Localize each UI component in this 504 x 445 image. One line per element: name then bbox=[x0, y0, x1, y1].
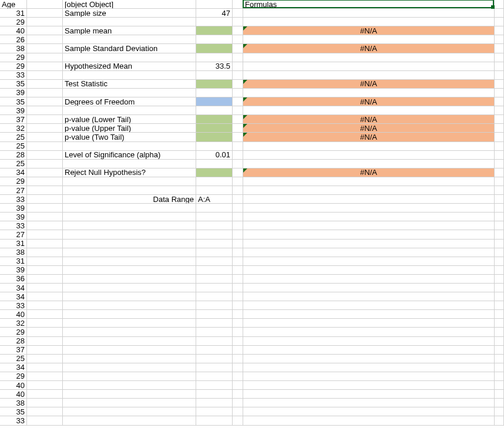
cell-b[interactable] bbox=[27, 89, 63, 97]
cell-value-d[interactable] bbox=[196, 204, 233, 213]
cell-label[interactable] bbox=[63, 266, 196, 275]
cell-label[interactable] bbox=[63, 18, 196, 26]
cell-label[interactable]: Test Statistic bbox=[63, 80, 196, 89]
cell-formula-f[interactable] bbox=[243, 195, 495, 204]
cell-g[interactable] bbox=[495, 62, 504, 71]
cell-b[interactable] bbox=[27, 160, 63, 168]
cell-g[interactable] bbox=[495, 71, 504, 80]
cell-age[interactable]: 38 bbox=[0, 248, 27, 257]
cell-age[interactable]: 25 bbox=[0, 133, 27, 141]
cell-value-d[interactable] bbox=[196, 372, 233, 381]
cell-e[interactable] bbox=[233, 35, 243, 44]
cell-value-d[interactable] bbox=[196, 213, 233, 221]
cell-e[interactable] bbox=[233, 186, 243, 195]
cell-formula-f[interactable] bbox=[243, 337, 495, 346]
cell-b[interactable] bbox=[27, 0, 63, 9]
cell-age[interactable]: 33 bbox=[0, 71, 27, 80]
cell-formula-f[interactable] bbox=[243, 18, 495, 26]
spreadsheet-grid[interactable]: Age[object Object]Formulas31Sample size4… bbox=[0, 0, 504, 426]
cell-age[interactable]: 29 bbox=[0, 372, 27, 381]
cell-label[interactable]: Sample Standard Deviation bbox=[63, 44, 196, 53]
cell-b[interactable] bbox=[27, 221, 63, 230]
cell-age[interactable]: 39 bbox=[0, 106, 27, 115]
cell-label[interactable] bbox=[63, 186, 196, 195]
cell-label[interactable] bbox=[63, 416, 196, 425]
cell-g[interactable] bbox=[495, 213, 504, 221]
cell-label[interactable]: Level of Significance (alpha) bbox=[63, 151, 196, 160]
cell-age[interactable]: 31 bbox=[0, 9, 27, 18]
cell-e[interactable] bbox=[233, 372, 243, 381]
cell-g[interactable] bbox=[495, 319, 504, 328]
cell-b[interactable] bbox=[27, 44, 63, 53]
cell-age[interactable]: 31 bbox=[0, 240, 27, 248]
cell-formula-f[interactable] bbox=[243, 221, 495, 230]
cell-label[interactable]: p-value (Upper Tail) bbox=[63, 124, 196, 133]
cell-e[interactable] bbox=[233, 240, 243, 248]
cell-value-d[interactable] bbox=[196, 337, 233, 346]
cell-label[interactable] bbox=[63, 204, 196, 213]
cell-e[interactable] bbox=[233, 257, 243, 266]
cell-value-d[interactable] bbox=[196, 44, 233, 53]
cell-label[interactable] bbox=[63, 399, 196, 407]
cell-g[interactable] bbox=[495, 221, 504, 230]
cell-label[interactable]: Sample mean bbox=[63, 26, 196, 35]
cell-b[interactable] bbox=[27, 355, 63, 363]
cell-g[interactable] bbox=[495, 44, 504, 53]
cell-e[interactable] bbox=[233, 275, 243, 284]
cell-e[interactable] bbox=[233, 319, 243, 328]
cell-label[interactable] bbox=[63, 160, 196, 168]
cell-label[interactable] bbox=[63, 337, 196, 346]
cell-formula-f[interactable] bbox=[243, 399, 495, 407]
cell-g[interactable] bbox=[495, 407, 504, 416]
cell-age[interactable]: 28 bbox=[0, 151, 27, 160]
cell-age[interactable]: 37 bbox=[0, 115, 27, 124]
cell-formula-f[interactable] bbox=[243, 106, 495, 115]
cell-age[interactable]: 29 bbox=[0, 177, 27, 186]
cell-b[interactable] bbox=[27, 186, 63, 195]
cell-e[interactable] bbox=[233, 266, 243, 275]
cell-age[interactable]: 32 bbox=[0, 124, 27, 133]
cell-g[interactable] bbox=[495, 168, 504, 177]
cell-b[interactable] bbox=[27, 97, 63, 106]
cell-label[interactable]: Degrees of Freedom bbox=[63, 97, 196, 106]
cell-age[interactable]: 39 bbox=[0, 213, 27, 221]
cell-e[interactable] bbox=[233, 310, 243, 319]
cell-age[interactable]: 40 bbox=[0, 310, 27, 319]
cell-e[interactable] bbox=[233, 195, 243, 204]
cell-age[interactable]: 39 bbox=[0, 89, 27, 97]
cell-formula-f[interactable] bbox=[243, 355, 495, 363]
cell-label[interactable] bbox=[63, 346, 196, 355]
cell-value-d[interactable] bbox=[196, 301, 233, 310]
cell-age[interactable]: 25 bbox=[0, 142, 27, 151]
cell-e[interactable] bbox=[233, 71, 243, 80]
cell-label[interactable] bbox=[63, 53, 196, 62]
cell-label[interactable] bbox=[63, 319, 196, 328]
cell-age[interactable]: 35 bbox=[0, 407, 27, 416]
cell-formula-f[interactable]: #N/A bbox=[243, 133, 495, 141]
cell-e[interactable] bbox=[233, 151, 243, 160]
cell-formula-f[interactable] bbox=[243, 53, 495, 62]
cell-b[interactable] bbox=[27, 240, 63, 248]
cell-b[interactable] bbox=[27, 151, 63, 160]
cell-g[interactable] bbox=[495, 124, 504, 133]
cell-formula-f[interactable] bbox=[243, 230, 495, 239]
cell-e[interactable] bbox=[233, 160, 243, 168]
cell-label[interactable] bbox=[63, 301, 196, 310]
cell-g[interactable] bbox=[495, 346, 504, 355]
cell-label[interactable] bbox=[63, 310, 196, 319]
cell-e[interactable] bbox=[233, 89, 243, 97]
cell-e[interactable] bbox=[233, 248, 243, 257]
cell-e[interactable] bbox=[233, 292, 243, 301]
cell-value-d[interactable]: A:A bbox=[196, 195, 233, 204]
cell-g[interactable] bbox=[495, 390, 504, 399]
cell-g[interactable] bbox=[495, 257, 504, 266]
cell-g[interactable] bbox=[495, 363, 504, 372]
cell-age[interactable]: 25 bbox=[0, 160, 27, 168]
cell-formula-f[interactable] bbox=[243, 284, 495, 292]
cell-formula-f[interactable]: #N/A bbox=[243, 168, 495, 177]
cell-value-d[interactable]: 47 bbox=[196, 9, 233, 18]
cell-formula-f[interactable] bbox=[243, 381, 495, 390]
cell-label[interactable] bbox=[63, 292, 196, 301]
cell-e[interactable] bbox=[233, 301, 243, 310]
cell-e[interactable] bbox=[233, 328, 243, 336]
